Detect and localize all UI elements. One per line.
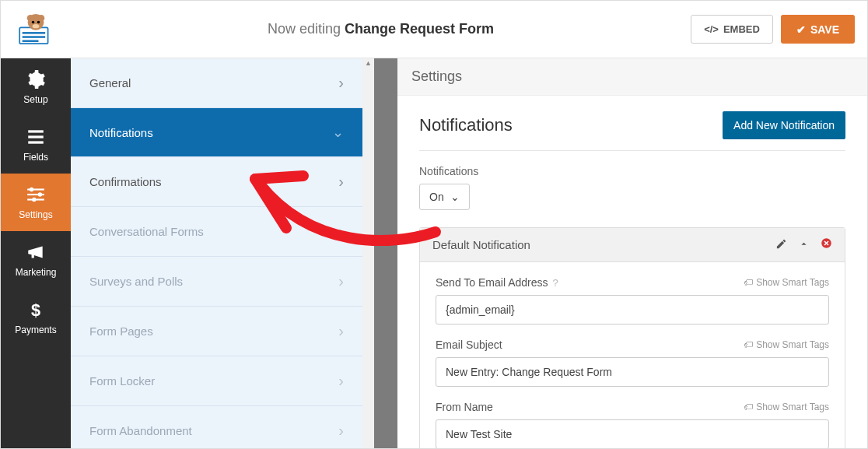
tag-icon: 🏷 [744,277,753,288]
page-title: Now editing Change Request Form [71,21,691,37]
topbar-actions: </> EMBED ✔ SAVE [691,15,867,44]
add-notification-button[interactable]: Add New Notification [723,111,845,139]
nav-fields-label: Fields [23,152,48,163]
chevron-down-icon: ⌄ [450,191,460,203]
preview-panel: Settings Notifications Add New Notificat… [397,58,867,449]
notification-card-header: Default Notification [420,228,845,262]
sidebar-item-label: Confirmations [89,175,162,188]
svg-point-7 [32,20,34,23]
column-divider [374,58,397,449]
app-logo [1,1,71,58]
from-name-input[interactable] [436,419,829,449]
sidebar-item-confirmations[interactable]: Confirmations [71,157,362,207]
section-title: Notifications [419,115,513,135]
svg-rect-12 [28,141,44,143]
chevron-right-icon [338,173,344,191]
nav-setup-label: Setup [23,94,47,105]
sidebar-item-form-locker[interactable]: Form Locker [71,356,362,406]
collapse-icon[interactable] [798,238,810,252]
nav-marketing-label: Marketing [16,267,57,278]
sidebar-item-notifications[interactable]: Notifications [71,108,362,157]
gear-icon [26,69,46,89]
sidebar-item-conversational-forms[interactable]: Conversational Forms [71,207,362,257]
chevron-right-icon [338,272,344,290]
preview-header: Settings [397,58,867,96]
left-nav: Setup Fields Settings Marketing $ Paymen… [1,58,71,449]
nav-payments-label: Payments [15,324,56,335]
svg-point-8 [37,20,40,23]
nav-settings[interactable]: Settings [1,174,71,231]
bullhorn-icon [26,242,46,262]
save-button[interactable]: ✔ SAVE [781,15,855,44]
show-smart-tags-link[interactable]: 🏷 Show Smart Tags [744,339,829,350]
show-smart-tags-link[interactable]: 🏷 Show Smart Tags [744,277,829,288]
nav-setup[interactable]: Setup [1,58,71,116]
subject-label: Email Subject [436,339,502,351]
sidebar-item-label: Surveys and Polls [89,275,183,288]
chevron-right-icon [338,322,344,340]
chevron-right-icon [338,223,344,240]
dollar-icon: $ [26,300,46,320]
notifications-toggle-select[interactable]: On ⌄ [419,184,470,210]
svg-point-5 [27,14,34,21]
scrollbar-up-icon: ▲ [362,58,374,68]
nav-fields[interactable]: Fields [1,116,71,174]
topbar: Now editing Change Request Form </> EMBE… [1,1,867,58]
sidebar-item-label: Form Abandonment [89,424,192,437]
show-smart-tags-link[interactable]: 🏷 Show Smart Tags [744,402,829,412]
svg-rect-11 [28,135,44,138]
settings-sidebar: General Notifications Confirmations Conv… [71,58,374,449]
svg-point-6 [38,14,45,21]
sidebar-item-label: Conversational Forms [89,225,204,238]
preview-header-title: Settings [411,68,462,85]
chevron-right-icon [338,372,344,390]
chevron-down-icon [332,124,344,141]
send-to-input[interactable] [436,295,829,324]
list-icon [26,127,46,147]
sidebar-item-label: Notifications [89,126,153,139]
notification-card-title: Default Notification [432,238,530,251]
tag-icon: 🏷 [744,339,753,350]
svg-point-9 [33,24,40,28]
sidebar-item-form-abandonment[interactable]: Form Abandonment [71,406,362,449]
editing-prefix: Now editing [268,21,341,37]
from-name-label: From Name [436,401,493,413]
sliders-icon [26,184,46,205]
code-icon: </> [704,23,719,35]
sidebar-item-surveys-polls[interactable]: Surveys and Polls [71,257,362,307]
send-to-label: Send To Email Address [436,276,548,289]
svg-text:$: $ [31,300,40,320]
svg-point-16 [30,188,33,191]
nav-marketing[interactable]: Marketing [1,231,71,289]
edit-icon[interactable] [775,238,787,252]
subject-input[interactable] [436,357,829,387]
svg-point-18 [32,198,36,202]
chevron-right-icon [338,422,344,440]
notifications-toggle-label: Notifications [419,165,845,177]
svg-point-17 [38,192,42,196]
sidebar-item-label: General [89,76,131,89]
scrollbar[interactable]: ▲ [362,58,374,449]
svg-rect-10 [28,130,44,132]
notification-card: Default Notification [419,227,845,449]
sidebar-item-label: Form Pages [89,324,153,338]
sidebar-item-general[interactable]: General [71,58,362,108]
embed-button[interactable]: </> EMBED [691,15,773,44]
nav-settings-label: Settings [19,209,52,220]
sidebar-item-form-pages[interactable]: Form Pages [71,307,362,356]
form-name: Change Request Form [345,21,494,37]
sidebar-item-label: Form Locker [89,374,155,388]
chevron-right-icon [338,74,344,92]
help-icon[interactable]: ? [553,277,558,289]
notifications-toggle-value: On [429,191,444,203]
nav-payments[interactable]: $ Payments [1,289,71,346]
check-icon: ✔ [796,23,806,36]
delete-icon[interactable] [821,237,832,252]
tag-icon: 🏷 [744,402,753,412]
